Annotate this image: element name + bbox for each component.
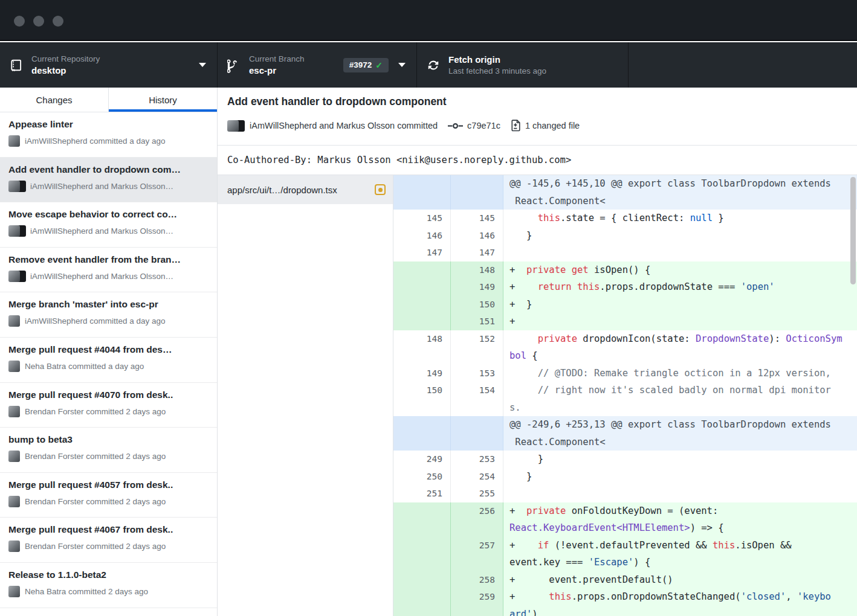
changed-files-count: 1 changed file bbox=[525, 121, 580, 130]
file-list-item[interactable]: app/src/ui/t…/dropdown.tsx bbox=[218, 175, 393, 204]
commit-item-title: Appease linter bbox=[8, 119, 209, 130]
tab-changes[interactable]: Changes bbox=[0, 88, 108, 112]
current-branch-button[interactable]: Current Branch esc-pr #3972 ✓ bbox=[218, 42, 417, 88]
old-line-number bbox=[393, 313, 451, 330]
diff-row-ctx: 147147 bbox=[393, 244, 857, 261]
git-branch-icon bbox=[227, 57, 243, 73]
diff-code: + private get isOpen() { bbox=[503, 261, 857, 279]
diff-code: } bbox=[503, 227, 857, 245]
commit-description: Co-Authored-By: Markus Olsson <niik@user… bbox=[218, 145, 857, 175]
pr-number: #3972 bbox=[349, 60, 372, 69]
diff-row-add: 258+ event.preventDefault() bbox=[393, 571, 857, 589]
commit-item-meta: Neha Batra committed a day ago bbox=[8, 361, 209, 372]
commit-list-item[interactable]: Appease linteriAmWillShepherd committed … bbox=[0, 112, 217, 158]
new-line-number: 257 bbox=[451, 537, 503, 571]
commit-item-meta: iAmWillShepherd and Markus Olsson… bbox=[8, 181, 209, 192]
diff-row-add: 151+ bbox=[393, 313, 857, 330]
commit-list-item[interactable]: Merge pull request #4071 from d… bbox=[0, 608, 217, 616]
avatar bbox=[8, 496, 20, 507]
zoom-window-button[interactable] bbox=[53, 16, 63, 27]
diff-row-ctx: 249253 } bbox=[393, 451, 857, 468]
commit-item-title: Merge pull request #4070 from desk.. bbox=[8, 390, 209, 400]
commit-item-meta: Neha Batra committed 2 days ago bbox=[8, 586, 209, 597]
commit-description-text: Co-Authored-By: Markus Olsson <niik@user… bbox=[227, 155, 571, 165]
avatar-pair bbox=[8, 225, 25, 237]
old-line-number: 150 bbox=[393, 382, 451, 416]
diff-scrollbar-thumb[interactable] bbox=[850, 177, 856, 284]
history-sidebar: Changes History Appease linteriAmWillShe… bbox=[0, 88, 218, 616]
toolbar: Current Repository desktop Current Branc… bbox=[0, 42, 857, 88]
current-repository-label: Current Repository bbox=[31, 54, 100, 63]
old-line-number: 145 bbox=[393, 210, 451, 227]
commit-byline: iAmWillShepherd and Markus Olsson commit… bbox=[250, 121, 438, 130]
new-line-number: 259 bbox=[451, 588, 503, 616]
diff-code: } bbox=[503, 468, 857, 486]
tab-history[interactable]: History bbox=[108, 88, 217, 112]
commit-item-title: Move escape behavior to correct co… bbox=[8, 209, 209, 220]
new-line-number: 149 bbox=[451, 278, 503, 296]
changed-files-panel: app/src/ui/t…/dropdown.tsx bbox=[218, 175, 393, 616]
commit-list-item[interactable]: Merge pull request #4057 from desk..Bren… bbox=[0, 473, 217, 518]
new-line-number bbox=[451, 416, 503, 451]
commit-list-item[interactable]: Release to 1.1.0-beta2Neha Batra committ… bbox=[0, 563, 217, 608]
diff-code: + if (!event.defaultPrevented && this.is… bbox=[503, 537, 857, 571]
diff-code bbox=[503, 485, 857, 502]
diff-code: + } bbox=[503, 296, 857, 313]
commit-list-item[interactable]: Move escape behavior to correct co…iAmWi… bbox=[0, 202, 217, 248]
current-branch-value: esc-pr bbox=[249, 65, 305, 75]
current-branch-label: Current Branch bbox=[249, 54, 305, 63]
old-line-number bbox=[393, 278, 451, 296]
commit-item-title: Release to 1.1.0-beta2 bbox=[8, 569, 209, 580]
diff-code bbox=[503, 244, 857, 261]
commit-summary-header: Add event handler to dropdown component … bbox=[218, 88, 857, 145]
new-line-number: 256 bbox=[451, 502, 503, 537]
commit-list-item[interactable]: Add event handler to dropdown com…iAmWil… bbox=[0, 158, 217, 203]
old-line-number bbox=[393, 416, 451, 451]
diff-code: // right now it's scaled badly on normal… bbox=[503, 382, 857, 416]
old-line-number bbox=[393, 296, 451, 313]
old-line-number: 148 bbox=[393, 330, 451, 365]
diff-code: + event.preventDefault() bbox=[503, 571, 857, 589]
commit-list-item[interactable]: Merge pull request #4067 from desk..Bren… bbox=[0, 518, 217, 563]
new-line-number: 154 bbox=[451, 382, 503, 416]
sync-icon bbox=[427, 59, 442, 72]
current-repository-button[interactable]: Current Repository desktop bbox=[0, 42, 218, 88]
commit-item-title: Merge pull request #4044 from des… bbox=[8, 344, 209, 355]
file-modified-icon bbox=[375, 184, 386, 195]
diff-code: // @TODO: Remake triangle octicon in a 1… bbox=[503, 365, 857, 382]
ci-check-icon: ✓ bbox=[375, 60, 383, 70]
close-window-button[interactable] bbox=[14, 16, 25, 27]
commit-list: Appease linteriAmWillShepherd committed … bbox=[0, 112, 217, 616]
avatar-pair bbox=[8, 271, 25, 282]
new-line-number: 150 bbox=[451, 296, 503, 313]
diff-row-add: 259+ this.props.onDropdownStateChanged('… bbox=[393, 588, 857, 616]
avatar-pair bbox=[8, 181, 25, 192]
commit-item-meta: iAmWillShepherd committed a day ago bbox=[8, 315, 209, 327]
commit-item-title: Add event handler to dropdown com… bbox=[8, 164, 209, 175]
diff-row-add: 150+ } bbox=[393, 296, 857, 313]
diff-code: @@ -249,6 +253,13 @@ export class Toolba… bbox=[503, 416, 857, 451]
toolbar-empty-area bbox=[629, 42, 857, 88]
diff-code: + bbox=[503, 313, 857, 330]
commit-list-item[interactable]: Merge branch 'master' into esc-priAmWill… bbox=[0, 292, 217, 338]
diff-row-ctx: 148152 private dropdownIcon(state: Dropd… bbox=[393, 330, 857, 365]
commit-list-item[interactable]: bump to beta3Brendan Forster committed 2… bbox=[0, 428, 217, 473]
avatar bbox=[8, 406, 20, 417]
diff-rows: @@ -145,6 +145,10 @@ export class Toolba… bbox=[393, 175, 857, 616]
commit-list-item[interactable]: Merge pull request #4070 from desk..Bren… bbox=[0, 383, 217, 428]
avatar bbox=[8, 315, 20, 327]
new-line-number: 145 bbox=[451, 210, 503, 227]
fetch-origin-button[interactable]: Fetch origin Last fetched 3 minutes ago bbox=[417, 42, 629, 88]
commit-list-item[interactable]: Remove event handler from the bran…iAmWi… bbox=[0, 248, 217, 293]
repo-book-icon bbox=[10, 58, 25, 72]
commit-list-item[interactable]: Merge pull request #4044 from des…Neha B… bbox=[0, 338, 217, 383]
new-line-number: 254 bbox=[451, 468, 503, 486]
new-line-number: 151 bbox=[451, 313, 503, 330]
commit-item-title: Remove event handler from the bran… bbox=[8, 254, 209, 265]
commit-item-title: Merge pull request #4067 from desk.. bbox=[8, 524, 209, 535]
old-line-number: 147 bbox=[393, 244, 451, 261]
minimize-window-button[interactable] bbox=[33, 16, 44, 27]
file-path: app/src/ui/t…/dropdown.tsx bbox=[227, 185, 337, 195]
new-line-number: 148 bbox=[451, 261, 503, 279]
diff-row-add: 256+ private onFoldoutKeyDown = (event:R… bbox=[393, 502, 857, 537]
